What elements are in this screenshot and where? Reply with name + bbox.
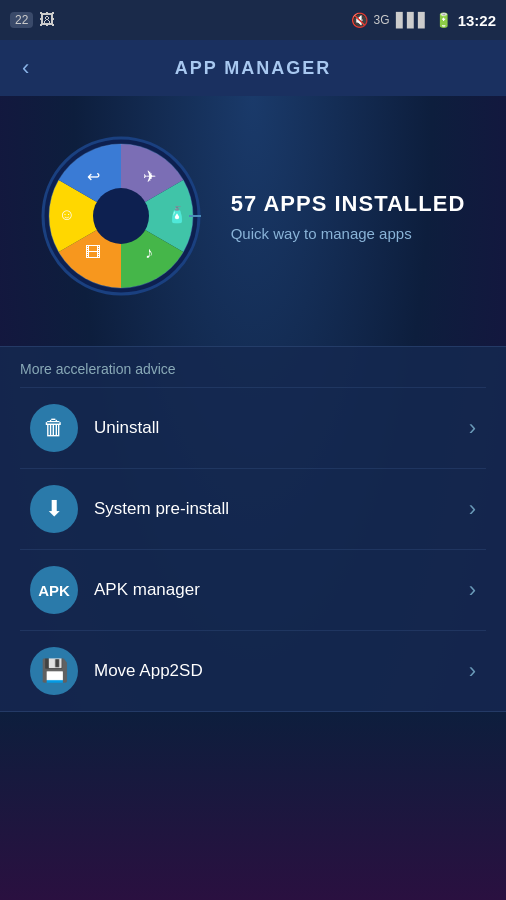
uninstall-label: Uninstall xyxy=(94,418,469,438)
move-app2sd-chevron: › xyxy=(469,658,476,684)
acceleration-section: More acceleration advice 🗑 Uninstall › ⬇… xyxy=(0,346,506,712)
pie-info: 57 APPS INSTALLED Quick way to manage ap… xyxy=(231,191,466,242)
back-button[interactable]: ‹ xyxy=(14,47,37,89)
section-label: More acceleration advice xyxy=(20,361,486,377)
apk-manager-chevron: › xyxy=(469,577,476,603)
nav-bar: ‹ APP MANAGER xyxy=(0,40,506,96)
system-preinstall-item[interactable]: ⬇ System pre-install › xyxy=(20,468,486,549)
photo-icon: 🖼 xyxy=(39,11,55,29)
system-preinstall-chevron: › xyxy=(469,496,476,522)
svg-text:♪: ♪ xyxy=(145,244,153,261)
apps-subtitle: Quick way to manage apps xyxy=(231,225,466,242)
svg-text:☺: ☺ xyxy=(59,206,75,223)
svg-text:🎞: 🎞 xyxy=(85,244,101,261)
uninstall-icon: 🗑 xyxy=(30,404,78,452)
system-preinstall-label: System pre-install xyxy=(94,499,469,519)
notification-badge: 22 xyxy=(10,12,33,28)
pie-section: ✈ 🧴 ♪ 🎞 ☺ ↩ 57 APPS INSTALLED Quick way … xyxy=(21,116,486,316)
apk-manager-label: APK manager xyxy=(94,580,469,600)
apps-count: 57 APPS INSTALLED xyxy=(231,191,466,217)
battery-icon: 🔋 xyxy=(435,12,452,28)
signal-icon: ▋▋▋ xyxy=(396,12,429,28)
apk-manager-icon: APK xyxy=(30,566,78,614)
system-preinstall-icon: ⬇ xyxy=(30,485,78,533)
status-time: 13:22 xyxy=(458,12,496,29)
status-right: 🔇 3G ▋▋▋ 🔋 13:22 xyxy=(351,12,496,29)
uninstall-item[interactable]: 🗑 Uninstall › xyxy=(20,387,486,468)
main-content: ✈ 🧴 ♪ 🎞 ☺ ↩ 57 APPS INSTALLED Quick way … xyxy=(0,96,506,900)
bottom-fade xyxy=(0,712,506,900)
network-3g-icon: 3G xyxy=(374,13,390,27)
svg-text:↩: ↩ xyxy=(86,168,99,185)
page-title: APP MANAGER xyxy=(175,58,332,79)
move-app2sd-item[interactable]: 💾 Move App2SD › xyxy=(20,630,486,711)
mute-icon: 🔇 xyxy=(351,12,368,28)
pie-chart: ✈ 🧴 ♪ 🎞 ☺ ↩ xyxy=(41,136,201,296)
status-left: 22 🖼 xyxy=(10,11,55,29)
apk-manager-item[interactable]: APK APK manager › xyxy=(20,549,486,630)
uninstall-chevron: › xyxy=(469,415,476,441)
status-bar: 22 🖼 🔇 3G ▋▋▋ 🔋 13:22 xyxy=(0,0,506,40)
move-app2sd-icon: 💾 xyxy=(30,647,78,695)
svg-text:✈: ✈ xyxy=(142,168,155,185)
svg-point-1 xyxy=(93,188,149,244)
move-app2sd-label: Move App2SD xyxy=(94,661,469,681)
svg-text:🧴: 🧴 xyxy=(167,205,187,224)
